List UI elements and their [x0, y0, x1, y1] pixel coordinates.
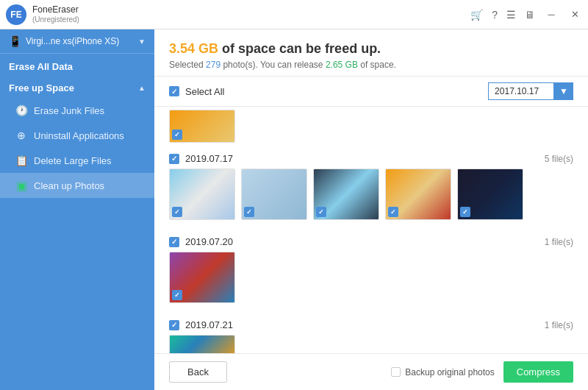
photo-thumbnail[interactable] [169, 169, 235, 220]
window-controls: 🛒 ? ☰ 🖥 ─ ✕ [470, 7, 582, 22]
select-all-area: Select All [169, 86, 224, 97]
chevron-down-icon: ▼ [138, 38, 146, 46]
photo-checkbox[interactable] [244, 207, 254, 217]
device-name: Virgi...ne xs(iPhone XS) [26, 36, 138, 46]
release-size: 2.65 GB [326, 60, 358, 70]
content-header: 3.54 GB of space can be freed up. Select… [154, 29, 588, 77]
selected-count: 279 [206, 60, 220, 70]
sidebar-item-clean-photos[interactable]: ▣ Clean up Photos [0, 173, 154, 198]
minimize-button[interactable]: ─ [544, 7, 559, 22]
group-checkbox-1[interactable] [169, 154, 179, 164]
select-all-label: Select All [185, 86, 224, 97]
select-all-checkbox[interactable] [169, 86, 179, 96]
date-input[interactable] [488, 82, 554, 100]
apps-icon: ⊕ [15, 129, 28, 142]
phone-icon: 📱 [9, 35, 21, 47]
content-footer: Back Backup original photos Compress [154, 353, 588, 390]
chevron-up-icon: ▲ [138, 84, 146, 92]
compress-button[interactable]: Compress [503, 361, 573, 383]
date-group-1: 2019.07.17 5 file(s) [154, 149, 588, 232]
file-count-1: 5 file(s) [545, 154, 573, 164]
date-filter: ▼ [488, 82, 573, 100]
file-icon: 📋 [15, 154, 28, 167]
file-count-3: 1 file(s) [545, 320, 573, 330]
photos-row-2 [169, 252, 573, 309]
photo-thumbnail[interactable] [169, 335, 235, 353]
monitor-icon[interactable]: 🖥 [525, 9, 535, 21]
sidebar-item-large-files[interactable]: 📋 Delete Large Files [0, 148, 154, 173]
photo-thumbnail[interactable] [169, 110, 235, 143]
partial-top-group [154, 107, 588, 149]
group-checkbox-3[interactable] [169, 320, 179, 330]
photo-scroll-area[interactable]: 2019.07.17 5 file(s) [154, 107, 588, 353]
group-checkbox-2[interactable] [169, 237, 179, 247]
sidebar-free-up-header[interactable]: Free up Space ▲ [0, 75, 154, 98]
photo-checkbox[interactable] [172, 290, 182, 300]
sidebar-item-erase-junk[interactable]: 🕐 Erase Junk Files [0, 98, 154, 123]
photos-row-1 [169, 169, 573, 226]
app-branding: FE FoneEraser (Unregistered) [6, 4, 79, 25]
backup-checkbox[interactable] [391, 367, 401, 377]
date-label-3: 2019.07.21 [185, 319, 233, 330]
photo-checkbox[interactable] [460, 207, 470, 217]
titlebar: FE FoneEraser (Unregistered) 🛒 ? ☰ 🖥 ─ ✕ [0, 0, 588, 29]
selection-info: Selected 279 photo(s). You can release 2… [169, 60, 573, 70]
backup-checkbox-area: Backup original photos [391, 367, 494, 377]
app-icon: FE [6, 4, 26, 25]
photo-checkbox[interactable] [316, 207, 326, 217]
date-group-header-3: 2019.07.21 1 file(s) [169, 315, 573, 335]
sidebar-item-uninstall[interactable]: ⊕ Uninstall Applications [0, 123, 154, 148]
toolbar: Select All ▼ [154, 77, 588, 107]
clock-icon: 🕐 [15, 104, 28, 117]
photo-icon: ▣ [15, 179, 28, 192]
photo-checkbox[interactable] [388, 207, 398, 217]
content-area: 3.54 GB of space can be freed up. Select… [154, 29, 588, 390]
date-label-1: 2019.07.17 [185, 153, 233, 164]
sidebar-item-erase-all[interactable]: Erase All Data [0, 54, 154, 75]
photo-checkbox[interactable] [172, 207, 182, 217]
photo-thumbnail[interactable] [241, 169, 307, 220]
photo-thumbnail[interactable] [313, 169, 379, 220]
date-dropdown-button[interactable]: ▼ [554, 82, 573, 100]
date-group-3: 2019.07.21 1 file(s) [154, 315, 588, 353]
photos-row-3 [169, 335, 573, 353]
date-group-header-1: 2019.07.17 5 file(s) [169, 149, 573, 169]
date-group-header-2: 2019.07.20 1 file(s) [169, 232, 573, 252]
close-button[interactable]: ✕ [567, 7, 582, 22]
photo-thumbnail[interactable] [169, 252, 235, 303]
space-info: 3.54 GB of space can be freed up. [169, 41, 573, 57]
device-selector[interactable]: 📱 Virgi...ne xs(iPhone XS) ▼ [0, 29, 154, 54]
photo-checkbox[interactable] [172, 130, 182, 140]
date-label-2: 2019.07.20 [185, 236, 233, 247]
menu-icon[interactable]: ☰ [506, 9, 516, 21]
space-text: of space can be freed up. [222, 41, 381, 56]
app-name: FoneEraser (Unregistered) [32, 4, 79, 24]
main-layout: 📱 Virgi...ne xs(iPhone XS) ▼ Erase All D… [0, 29, 588, 390]
space-size: 3.54 GB [169, 41, 218, 56]
partial-photos-row [169, 110, 573, 149]
footer-right: Backup original photos Compress [391, 361, 573, 383]
file-count-2: 1 file(s) [545, 237, 573, 247]
cart-icon[interactable]: 🛒 [470, 9, 483, 21]
question-icon[interactable]: ? [492, 9, 498, 21]
backup-label: Backup original photos [405, 367, 494, 377]
date-group-2: 2019.07.20 1 file(s) [154, 232, 588, 315]
sidebar: 📱 Virgi...ne xs(iPhone XS) ▼ Erase All D… [0, 29, 154, 390]
back-button[interactable]: Back [169, 361, 227, 383]
photo-thumbnail[interactable] [385, 169, 451, 220]
photo-thumbnail[interactable] [457, 169, 523, 220]
